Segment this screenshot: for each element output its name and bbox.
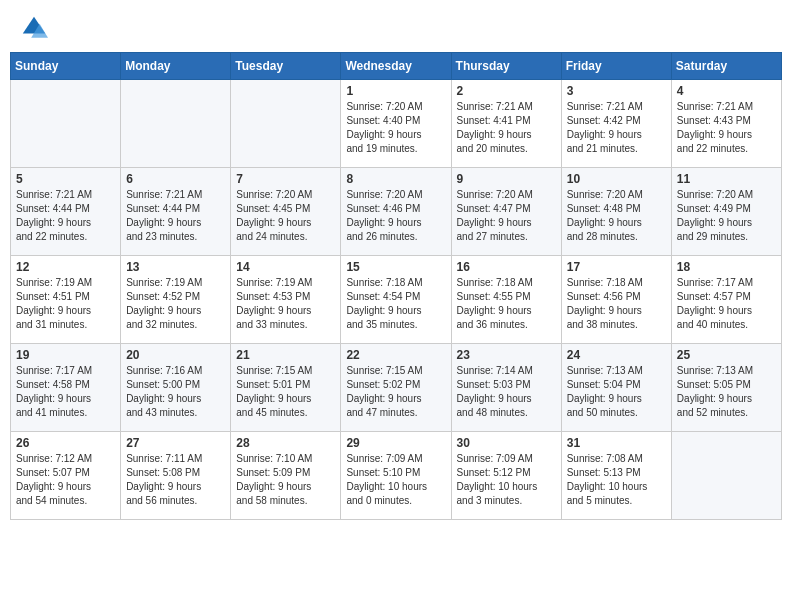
day-number: 28 bbox=[236, 436, 335, 450]
day-number: 24 bbox=[567, 348, 666, 362]
weekday-header-thursday: Thursday bbox=[451, 53, 561, 80]
day-number: 31 bbox=[567, 436, 666, 450]
calendar-cell: 11Sunrise: 7:20 AM Sunset: 4:49 PM Dayli… bbox=[671, 168, 781, 256]
weekday-header-tuesday: Tuesday bbox=[231, 53, 341, 80]
calendar-cell: 13Sunrise: 7:19 AM Sunset: 4:52 PM Dayli… bbox=[121, 256, 231, 344]
calendar-week-1: 1Sunrise: 7:20 AM Sunset: 4:40 PM Daylig… bbox=[11, 80, 782, 168]
day-info: Sunrise: 7:11 AM Sunset: 5:08 PM Dayligh… bbox=[126, 452, 225, 508]
calendar-header: SundayMondayTuesdayWednesdayThursdayFrid… bbox=[11, 53, 782, 80]
day-info: Sunrise: 7:21 AM Sunset: 4:42 PM Dayligh… bbox=[567, 100, 666, 156]
calendar-cell: 28Sunrise: 7:10 AM Sunset: 5:09 PM Dayli… bbox=[231, 432, 341, 520]
day-info: Sunrise: 7:15 AM Sunset: 5:02 PM Dayligh… bbox=[346, 364, 445, 420]
calendar-cell: 24Sunrise: 7:13 AM Sunset: 5:04 PM Dayli… bbox=[561, 344, 671, 432]
day-number: 19 bbox=[16, 348, 115, 362]
day-number: 27 bbox=[126, 436, 225, 450]
day-number: 9 bbox=[457, 172, 556, 186]
calendar-week-3: 12Sunrise: 7:19 AM Sunset: 4:51 PM Dayli… bbox=[11, 256, 782, 344]
day-number: 21 bbox=[236, 348, 335, 362]
day-number: 13 bbox=[126, 260, 225, 274]
day-number: 18 bbox=[677, 260, 776, 274]
day-number: 22 bbox=[346, 348, 445, 362]
logo-icon bbox=[20, 14, 48, 42]
day-info: Sunrise: 7:21 AM Sunset: 4:41 PM Dayligh… bbox=[457, 100, 556, 156]
day-number: 26 bbox=[16, 436, 115, 450]
weekday-header-wednesday: Wednesday bbox=[341, 53, 451, 80]
day-info: Sunrise: 7:20 AM Sunset: 4:48 PM Dayligh… bbox=[567, 188, 666, 244]
calendar-cell: 29Sunrise: 7:09 AM Sunset: 5:10 PM Dayli… bbox=[341, 432, 451, 520]
day-info: Sunrise: 7:09 AM Sunset: 5:10 PM Dayligh… bbox=[346, 452, 445, 508]
calendar-cell: 31Sunrise: 7:08 AM Sunset: 5:13 PM Dayli… bbox=[561, 432, 671, 520]
calendar-cell: 10Sunrise: 7:20 AM Sunset: 4:48 PM Dayli… bbox=[561, 168, 671, 256]
calendar-cell: 26Sunrise: 7:12 AM Sunset: 5:07 PM Dayli… bbox=[11, 432, 121, 520]
calendar-week-2: 5Sunrise: 7:21 AM Sunset: 4:44 PM Daylig… bbox=[11, 168, 782, 256]
calendar-cell bbox=[11, 80, 121, 168]
calendar-cell: 6Sunrise: 7:21 AM Sunset: 4:44 PM Daylig… bbox=[121, 168, 231, 256]
calendar-cell: 23Sunrise: 7:14 AM Sunset: 5:03 PM Dayli… bbox=[451, 344, 561, 432]
calendar-cell bbox=[231, 80, 341, 168]
day-info: Sunrise: 7:18 AM Sunset: 4:54 PM Dayligh… bbox=[346, 276, 445, 332]
day-number: 30 bbox=[457, 436, 556, 450]
day-info: Sunrise: 7:18 AM Sunset: 4:56 PM Dayligh… bbox=[567, 276, 666, 332]
day-number: 8 bbox=[346, 172, 445, 186]
day-info: Sunrise: 7:21 AM Sunset: 4:44 PM Dayligh… bbox=[126, 188, 225, 244]
day-info: Sunrise: 7:19 AM Sunset: 4:53 PM Dayligh… bbox=[236, 276, 335, 332]
day-number: 5 bbox=[16, 172, 115, 186]
day-info: Sunrise: 7:13 AM Sunset: 5:05 PM Dayligh… bbox=[677, 364, 776, 420]
calendar-cell: 4Sunrise: 7:21 AM Sunset: 4:43 PM Daylig… bbox=[671, 80, 781, 168]
weekday-header-saturday: Saturday bbox=[671, 53, 781, 80]
day-number: 20 bbox=[126, 348, 225, 362]
calendar-container: SundayMondayTuesdayWednesdayThursdayFrid… bbox=[0, 52, 792, 530]
day-info: Sunrise: 7:19 AM Sunset: 4:51 PM Dayligh… bbox=[16, 276, 115, 332]
calendar-cell: 19Sunrise: 7:17 AM Sunset: 4:58 PM Dayli… bbox=[11, 344, 121, 432]
calendar-cell: 17Sunrise: 7:18 AM Sunset: 4:56 PM Dayli… bbox=[561, 256, 671, 344]
weekday-header-friday: Friday bbox=[561, 53, 671, 80]
day-number: 10 bbox=[567, 172, 666, 186]
calendar-cell: 21Sunrise: 7:15 AM Sunset: 5:01 PM Dayli… bbox=[231, 344, 341, 432]
calendar-cell: 30Sunrise: 7:09 AM Sunset: 5:12 PM Dayli… bbox=[451, 432, 561, 520]
day-number: 14 bbox=[236, 260, 335, 274]
day-info: Sunrise: 7:21 AM Sunset: 4:44 PM Dayligh… bbox=[16, 188, 115, 244]
day-number: 1 bbox=[346, 84, 445, 98]
page: SundayMondayTuesdayWednesdayThursdayFrid… bbox=[0, 0, 792, 612]
day-number: 17 bbox=[567, 260, 666, 274]
calendar-week-4: 19Sunrise: 7:17 AM Sunset: 4:58 PM Dayli… bbox=[11, 344, 782, 432]
calendar-cell: 15Sunrise: 7:18 AM Sunset: 4:54 PM Dayli… bbox=[341, 256, 451, 344]
day-number: 12 bbox=[16, 260, 115, 274]
calendar-cell bbox=[671, 432, 781, 520]
day-info: Sunrise: 7:20 AM Sunset: 4:49 PM Dayligh… bbox=[677, 188, 776, 244]
day-info: Sunrise: 7:20 AM Sunset: 4:47 PM Dayligh… bbox=[457, 188, 556, 244]
day-info: Sunrise: 7:10 AM Sunset: 5:09 PM Dayligh… bbox=[236, 452, 335, 508]
day-info: Sunrise: 7:13 AM Sunset: 5:04 PM Dayligh… bbox=[567, 364, 666, 420]
day-info: Sunrise: 7:09 AM Sunset: 5:12 PM Dayligh… bbox=[457, 452, 556, 508]
day-number: 29 bbox=[346, 436, 445, 450]
calendar-cell: 22Sunrise: 7:15 AM Sunset: 5:02 PM Dayli… bbox=[341, 344, 451, 432]
logo bbox=[20, 14, 52, 42]
calendar-cell: 3Sunrise: 7:21 AM Sunset: 4:42 PM Daylig… bbox=[561, 80, 671, 168]
day-number: 7 bbox=[236, 172, 335, 186]
day-info: Sunrise: 7:20 AM Sunset: 4:40 PM Dayligh… bbox=[346, 100, 445, 156]
day-number: 23 bbox=[457, 348, 556, 362]
weekday-row: SundayMondayTuesdayWednesdayThursdayFrid… bbox=[11, 53, 782, 80]
calendar-cell: 7Sunrise: 7:20 AM Sunset: 4:45 PM Daylig… bbox=[231, 168, 341, 256]
calendar-week-5: 26Sunrise: 7:12 AM Sunset: 5:07 PM Dayli… bbox=[11, 432, 782, 520]
day-info: Sunrise: 7:15 AM Sunset: 5:01 PM Dayligh… bbox=[236, 364, 335, 420]
calendar-cell: 18Sunrise: 7:17 AM Sunset: 4:57 PM Dayli… bbox=[671, 256, 781, 344]
calendar-cell: 16Sunrise: 7:18 AM Sunset: 4:55 PM Dayli… bbox=[451, 256, 561, 344]
day-number: 16 bbox=[457, 260, 556, 274]
header bbox=[0, 0, 792, 52]
calendar-cell: 14Sunrise: 7:19 AM Sunset: 4:53 PM Dayli… bbox=[231, 256, 341, 344]
day-info: Sunrise: 7:17 AM Sunset: 4:58 PM Dayligh… bbox=[16, 364, 115, 420]
calendar-cell: 25Sunrise: 7:13 AM Sunset: 5:05 PM Dayli… bbox=[671, 344, 781, 432]
day-info: Sunrise: 7:12 AM Sunset: 5:07 PM Dayligh… bbox=[16, 452, 115, 508]
calendar-cell: 5Sunrise: 7:21 AM Sunset: 4:44 PM Daylig… bbox=[11, 168, 121, 256]
weekday-header-sunday: Sunday bbox=[11, 53, 121, 80]
day-number: 25 bbox=[677, 348, 776, 362]
day-number: 3 bbox=[567, 84, 666, 98]
day-info: Sunrise: 7:16 AM Sunset: 5:00 PM Dayligh… bbox=[126, 364, 225, 420]
day-number: 2 bbox=[457, 84, 556, 98]
day-number: 4 bbox=[677, 84, 776, 98]
calendar-cell: 27Sunrise: 7:11 AM Sunset: 5:08 PM Dayli… bbox=[121, 432, 231, 520]
day-number: 6 bbox=[126, 172, 225, 186]
calendar-cell: 9Sunrise: 7:20 AM Sunset: 4:47 PM Daylig… bbox=[451, 168, 561, 256]
day-info: Sunrise: 7:18 AM Sunset: 4:55 PM Dayligh… bbox=[457, 276, 556, 332]
